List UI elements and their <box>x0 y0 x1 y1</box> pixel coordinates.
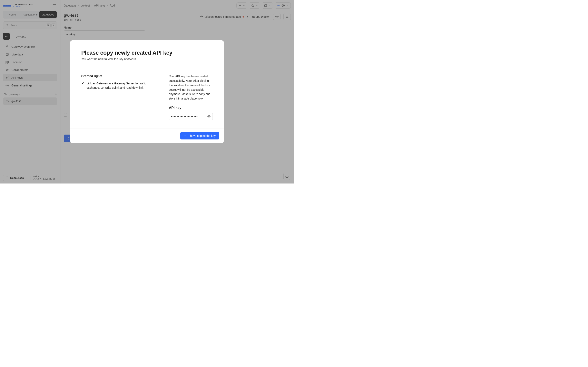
reveal-apikey-button[interactable] <box>205 113 213 120</box>
granted-rights-title: Granted rights <box>81 74 156 78</box>
copied-key-button[interactable]: I have copied the key <box>180 132 219 140</box>
modal-subtitle: You won't be able to view the key afterw… <box>81 57 213 60</box>
modal-info-text: Your API key has been created successful… <box>169 74 213 101</box>
svg-point-42 <box>208 116 209 117</box>
apikey-value: ••••••••••••••••••• <box>169 113 205 120</box>
modal-title: Please copy newly created API key <box>81 50 213 56</box>
check-icon <box>81 81 85 90</box>
eye-icon <box>207 115 211 118</box>
granted-right-text: Link as Gateway to a Gateway Server for … <box>86 81 156 90</box>
apikey-label: API key <box>169 106 213 110</box>
modal-overlay: Please copy newly created API key You wo… <box>0 0 294 184</box>
apikey-modal: Please copy newly created API key You wo… <box>70 40 224 143</box>
check-icon <box>184 134 187 137</box>
